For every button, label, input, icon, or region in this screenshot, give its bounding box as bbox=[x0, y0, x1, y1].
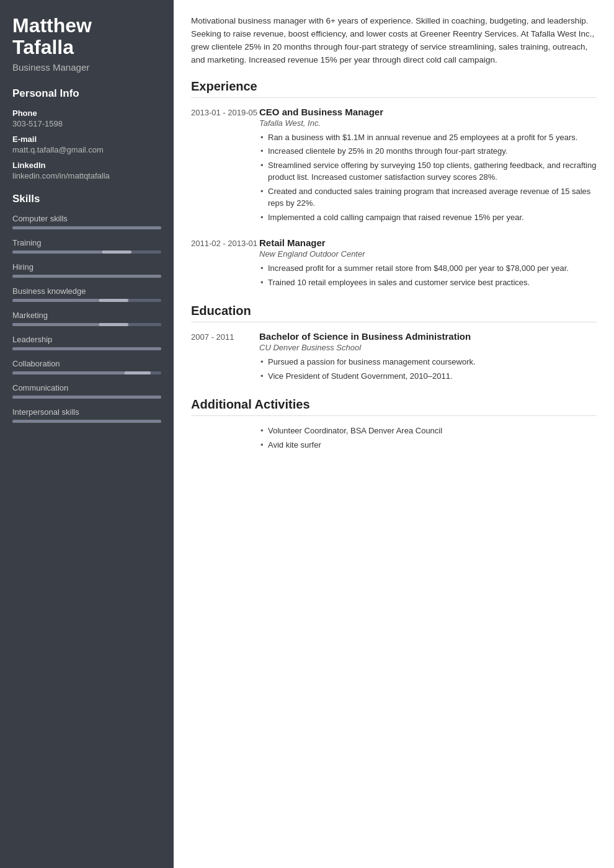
skill-bar-fill bbox=[12, 371, 124, 374]
activities-section: Additional Activities Volunteer Coordina… bbox=[191, 397, 597, 453]
education-entry: 2007 - 2011Bachelor of Science in Busine… bbox=[191, 331, 597, 384]
skill-bar-fill bbox=[12, 250, 102, 254]
activities-content: Volunteer Coordinator, BSA Denver Area C… bbox=[259, 425, 597, 453]
main-content: Motivational business manager with 6+ ye… bbox=[174, 0, 614, 868]
skill-item: Hiring bbox=[12, 262, 161, 278]
skill-bar-fill bbox=[12, 323, 99, 326]
skill-bar-bg bbox=[12, 226, 161, 229]
list-item: Implemented a cold calling campaign that… bbox=[259, 211, 597, 224]
list-item: Increased clientele by 25% in 20 months … bbox=[259, 145, 597, 157]
education-divider bbox=[191, 322, 597, 322]
skill-bar-bg bbox=[12, 250, 161, 254]
list-item: Vice President of Student Government, 20… bbox=[259, 370, 597, 383]
skill-bar-accent bbox=[99, 299, 128, 302]
job-title: Business Manager bbox=[12, 62, 161, 73]
skill-item: Training bbox=[12, 238, 161, 254]
list-item: Trained 10 retail employees in sales and… bbox=[259, 277, 597, 289]
skill-item: Leadership bbox=[12, 335, 161, 350]
skills-list: Computer skillsTrainingHiringBusiness kn… bbox=[12, 214, 161, 423]
skill-name: Marketing bbox=[12, 311, 161, 320]
skill-item: Marketing bbox=[12, 311, 161, 326]
skill-name: Interpersonal skills bbox=[12, 407, 161, 417]
skill-bar-fill bbox=[12, 226, 161, 229]
skill-name: Business knowledge bbox=[12, 286, 161, 296]
skill-bar-bg bbox=[12, 275, 161, 278]
skill-bar-accent bbox=[102, 250, 131, 254]
list-item: Pursued a passion for business managemen… bbox=[259, 356, 597, 368]
education-list: 2007 - 2011Bachelor of Science in Busine… bbox=[191, 331, 597, 384]
activities-entry: Volunteer Coordinator, BSA Denver Area C… bbox=[191, 425, 597, 453]
skill-bar-bg bbox=[12, 420, 161, 423]
first-name: Matthew bbox=[12, 14, 92, 37]
education-bullets: Pursued a passion for business managemen… bbox=[259, 356, 597, 382]
linkedin-block: LinkedIn linkedin.com/in/mattqtafalla bbox=[12, 161, 161, 180]
linkedin-value: linkedin.com/in/mattqtafalla bbox=[12, 171, 161, 180]
skill-name: Communication bbox=[12, 383, 161, 392]
email-block: E-mail matt.q.tafalla@gmail.com bbox=[12, 135, 161, 154]
list-item: Avid kite surfer bbox=[259, 439, 597, 451]
skill-bar-bg bbox=[12, 323, 161, 326]
skill-name: Computer skills bbox=[12, 214, 161, 223]
candidate-name: Matthew Tafalla bbox=[12, 15, 161, 58]
education-school: CU Denver Business School bbox=[259, 343, 597, 352]
job-date: 2011-02 - 2013-01 bbox=[191, 237, 259, 290]
skill-item: Interpersonal skills bbox=[12, 407, 161, 423]
phone-block: Phone 303-517-1598 bbox=[12, 108, 161, 128]
skill-name: Leadership bbox=[12, 335, 161, 344]
jobs-list: 2013-01 - 2019-05CEO and Business Manage… bbox=[191, 107, 597, 291]
job-title: Retail Manager bbox=[259, 237, 597, 248]
education-date: 2007 - 2011 bbox=[191, 331, 259, 384]
email-value: matt.q.tafalla@gmail.com bbox=[12, 145, 161, 154]
linkedin-label: LinkedIn bbox=[12, 161, 161, 170]
skill-bar-accent bbox=[99, 323, 128, 326]
skill-bar-bg bbox=[12, 396, 161, 399]
skill-item: Business knowledge bbox=[12, 286, 161, 302]
email-label: E-mail bbox=[12, 135, 161, 144]
sidebar: Matthew Tafalla Business Manager Persona… bbox=[0, 0, 174, 868]
job-date: 2013-01 - 2019-05 bbox=[191, 107, 259, 226]
skills-heading: Skills bbox=[12, 193, 161, 205]
skill-bar-fill bbox=[12, 275, 161, 278]
skill-bar-fill bbox=[12, 299, 99, 302]
experience-section: Experience 2013-01 - 2019-05CEO and Busi… bbox=[191, 79, 597, 291]
phone-label: Phone bbox=[12, 108, 161, 118]
skill-name: Collaboration bbox=[12, 359, 161, 368]
skill-item: Computer skills bbox=[12, 214, 161, 229]
job-bullets: Increased profit for a summer retail sto… bbox=[259, 262, 597, 288]
job-entry: 2011-02 - 2013-01Retail ManagerNew Engla… bbox=[191, 237, 597, 290]
skill-bar-accent bbox=[124, 371, 151, 374]
skills-section: Skills Computer skillsTrainingHiringBusi… bbox=[12, 193, 161, 423]
job-company: Tafalla West, Inc. bbox=[259, 118, 597, 128]
skill-item: Collaboration bbox=[12, 359, 161, 374]
list-item: Volunteer Coordinator, BSA Denver Area C… bbox=[259, 425, 597, 437]
experience-heading: Experience bbox=[191, 79, 597, 94]
skill-bar-bg bbox=[12, 299, 161, 302]
activities-heading: Additional Activities bbox=[191, 397, 597, 412]
skill-bar-fill bbox=[12, 347, 161, 350]
job-content: Retail ManagerNew England Outdoor Center… bbox=[259, 237, 597, 290]
education-content: Bachelor of Science in Business Administ… bbox=[259, 331, 597, 384]
skill-bar-bg bbox=[12, 347, 161, 350]
education-degree: Bachelor of Science in Business Administ… bbox=[259, 331, 597, 342]
skill-name: Training bbox=[12, 238, 161, 247]
phone-value: 303-517-1598 bbox=[12, 119, 161, 128]
skill-bar-fill bbox=[12, 420, 161, 423]
last-name: Tafalla bbox=[12, 36, 74, 58]
job-content: CEO and Business ManagerTafalla West, In… bbox=[259, 107, 597, 226]
job-entry: 2013-01 - 2019-05CEO and Business Manage… bbox=[191, 107, 597, 226]
experience-divider bbox=[191, 97, 597, 98]
activities-date bbox=[191, 425, 259, 453]
summary-text: Motivational business manager with 6+ ye… bbox=[191, 15, 597, 67]
skill-bar-bg bbox=[12, 371, 161, 374]
job-company: New England Outdoor Center bbox=[259, 249, 597, 259]
skill-bar-fill bbox=[12, 396, 161, 399]
list-item: Ran a business with $1.1M in annual reve… bbox=[259, 131, 597, 144]
skill-item: Communication bbox=[12, 383, 161, 399]
job-bullets: Ran a business with $1.1M in annual reve… bbox=[259, 131, 597, 224]
personal-info-heading: Personal Info bbox=[12, 87, 161, 100]
activities-divider bbox=[191, 415, 597, 416]
skill-name: Hiring bbox=[12, 262, 161, 272]
list-item: Increased profit for a summer retail sto… bbox=[259, 262, 597, 275]
list-item: Streamlined service offering by surveyin… bbox=[259, 159, 597, 184]
education-section: Education 2007 - 2011Bachelor of Science… bbox=[191, 304, 597, 384]
